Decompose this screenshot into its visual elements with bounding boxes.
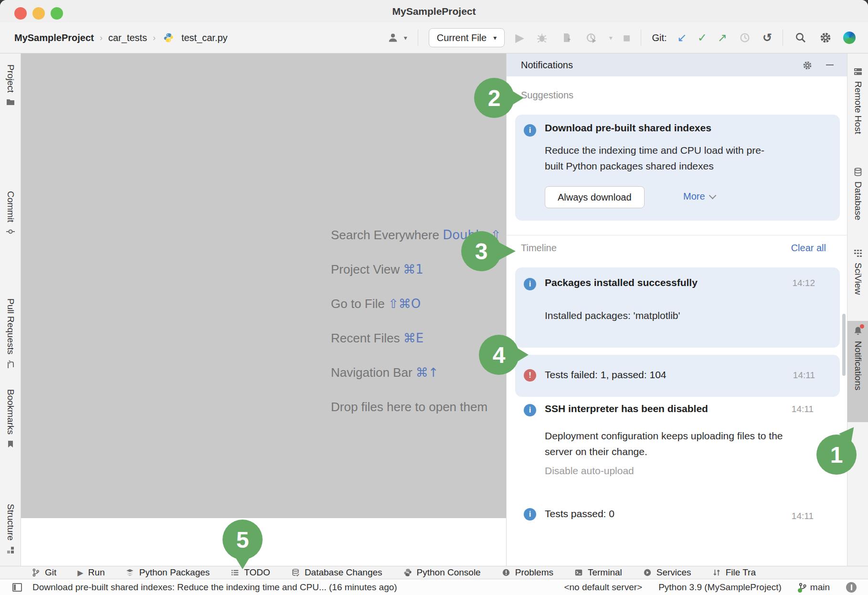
hint-text: Navigation Bar	[331, 365, 413, 380]
git-branch-widget[interactable]: main	[798, 582, 830, 593]
tool-button-label: Git	[45, 567, 56, 578]
hint-text: Search Everywhere	[331, 228, 439, 242]
info-icon: i	[524, 508, 536, 521]
interpreter-widget[interactable]: Python 3.9 (MySampleProject)	[658, 582, 782, 593]
tool-button-python-console[interactable]: Python Console	[403, 567, 481, 578]
run-with-coverage-button[interactable]	[584, 31, 599, 45]
callout-4: 4	[479, 335, 519, 375]
toolbar-right: ▾ Current File ▾ ▶ ▾ ■ Git: ↙ ✓ ↗	[386, 28, 868, 47]
tool-button-run[interactable]: ▶ Run	[77, 567, 105, 578]
timeline-section-label: Timeline	[521, 243, 557, 254]
notification-body: Deployment configuration keeps uploading…	[545, 428, 788, 459]
tool-button-services[interactable]: Services	[643, 567, 691, 578]
notification-card-packages-installed[interactable]: i Packages installed successfully 14:12 …	[515, 267, 840, 348]
notification-card-tests-failed[interactable]: ! Tests failed: 1, passed: 104 14:11	[515, 355, 840, 397]
run-options-caret[interactable]: ▾	[609, 34, 613, 42]
tool-button-remote-host[interactable]: Remote Host	[847, 67, 868, 134]
packages-layers-icon	[126, 568, 134, 577]
services-icon	[643, 568, 652, 577]
tool-button-file-transfer[interactable]: File Tra	[712, 567, 756, 578]
tool-button-python-packages[interactable]: Python Packages	[126, 567, 210, 578]
gradient-ball-icon[interactable]	[843, 32, 856, 44]
hint-shortcut: ⇧⌘O	[388, 297, 421, 311]
tool-button-pull-requests[interactable]: Pull Requests	[0, 298, 21, 369]
suggestion-card[interactable]: i Download pre-built shared indexes Redu…	[515, 115, 840, 221]
breadcrumb-project[interactable]: MySampleProject	[14, 32, 94, 43]
run-configuration-select[interactable]: Current File ▾	[429, 28, 505, 47]
search-everywhere-icon[interactable]	[794, 31, 808, 45]
panel-settings-gear-icon[interactable]	[802, 60, 813, 71]
notification-time: 14:11	[792, 404, 814, 414]
more-dropdown[interactable]: More	[683, 191, 715, 202]
panel-title: Notifications	[507, 60, 573, 71]
git-push-icon[interactable]: ↗	[718, 32, 727, 43]
user-dropdown-caret[interactable]: ▾	[404, 34, 407, 42]
tool-button-git[interactable]: Git	[32, 567, 56, 578]
hint-project-view: Project View ⌘1	[331, 262, 423, 277]
tool-button-commit[interactable]: Commit	[0, 191, 21, 236]
hint-text: Project View	[331, 262, 400, 276]
git-history-icon[interactable]	[738, 31, 752, 45]
stop-button[interactable]: ■	[623, 32, 631, 44]
structure-icon	[6, 545, 15, 555]
debug-button[interactable]	[535, 31, 549, 45]
panel-minimize-icon[interactable]	[826, 64, 834, 65]
tool-button-database[interactable]: Database	[847, 167, 868, 220]
branch-status-dot	[798, 588, 802, 593]
notification-time: 14:11	[792, 511, 814, 521]
ide-window: MySampleProject MySampleProject › car_te…	[0, 0, 868, 595]
notification-time: 14:12	[792, 278, 815, 288]
status-message[interactable]: Download pre-built shared indexes: Reduc…	[32, 582, 397, 593]
run-button[interactable]: ▶	[515, 32, 524, 43]
notification-body: Installed packages: 'matplotlib'	[545, 308, 680, 323]
user-account-icon[interactable]	[386, 31, 400, 45]
tool-button-problems[interactable]: Problems	[502, 567, 553, 578]
database-changes-icon	[291, 568, 300, 577]
remote-host-icon	[853, 67, 863, 76]
tool-button-label: Database Changes	[305, 567, 382, 578]
tool-button-structure[interactable]: Structure	[0, 504, 21, 555]
default-server-widget[interactable]: <no default server>	[564, 582, 642, 593]
editor-dim-overlay	[21, 53, 506, 518]
always-download-button[interactable]: Always download	[545, 186, 645, 208]
tool-button-terminal[interactable]: Terminal	[574, 567, 622, 578]
panel-scrollbar-thumb[interactable]	[842, 314, 846, 376]
hint-navigation-bar: Navigation Bar ⌘↑	[331, 365, 439, 380]
python-console-icon	[403, 568, 412, 577]
event-log-icon[interactable]	[846, 582, 857, 593]
suggestion-body: Reduce the indexing time and CPU load wi…	[545, 142, 779, 174]
profiler-button[interactable]	[560, 31, 574, 45]
bookmarks-label: Bookmarks	[5, 389, 16, 435]
tool-button-label: File Tra	[726, 567, 756, 578]
notification-title: Tests passed: 0	[545, 508, 614, 520]
more-label: More	[683, 191, 705, 202]
hint-drop-files: Drop files here to open them	[331, 400, 487, 414]
tool-button-notifications-selected[interactable]: Notifications	[847, 321, 868, 422]
disable-auto-upload-link[interactable]: Disable auto-upload	[545, 465, 634, 477]
callout-3: 3	[461, 231, 501, 271]
layout-toggle-icon[interactable]	[12, 583, 22, 592]
git-update-icon[interactable]: ↙	[677, 32, 687, 43]
hint-text: Go to File	[331, 297, 385, 311]
settings-gear-icon[interactable]	[818, 31, 833, 45]
hint-go-to-file: Go to File ⇧⌘O	[331, 297, 421, 311]
tool-button-sciview[interactable]: SciView	[847, 248, 868, 295]
breadcrumb-folder[interactable]: car_tests	[108, 32, 147, 43]
clear-all-link[interactable]: Clear all	[791, 243, 826, 254]
tool-button-label: Problems	[515, 567, 553, 578]
tool-button-database-changes[interactable]: Database Changes	[291, 567, 382, 578]
git-commit-check-icon[interactable]: ✓	[698, 32, 707, 43]
info-icon: i	[524, 124, 536, 137]
title-bar: MySampleProject	[0, 0, 868, 22]
callout-1: 1	[816, 435, 857, 475]
breadcrumb-file[interactable]: test_car.py	[181, 32, 228, 43]
git-rollback-icon[interactable]: ↺	[762, 32, 772, 43]
pull-requests-label: Pull Requests	[5, 298, 16, 354]
tool-button-label: Run	[88, 567, 105, 578]
editor-area[interactable]: Search Everywhere Double ⇧ Project View …	[21, 53, 506, 566]
tool-button-project[interactable]: Project	[0, 64, 21, 107]
tool-button-bookmarks[interactable]: Bookmarks	[0, 389, 21, 449]
left-tool-strip: Project Commit Pull Requests Bookmarks S…	[0, 53, 21, 566]
git-label: Git:	[652, 32, 667, 43]
right-tool-strip: Remote Host Database SciView Notificatio…	[847, 53, 868, 566]
